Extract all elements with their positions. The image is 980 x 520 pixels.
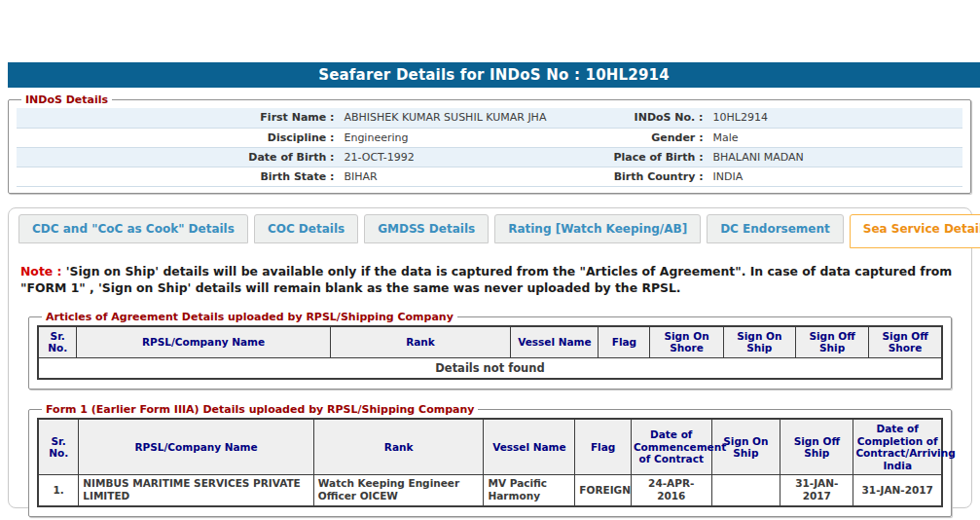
page-title: Seafarer Details for INDoS No : 10HL2914 — [8, 62, 980, 88]
form1-data-row: 1. NIMBUS MARITIME SERVICES PRIVATE LIMI… — [38, 475, 942, 506]
first-name-value: ABHISHEK KUMAR SUSHIL KUMAR JHA — [338, 108, 593, 128]
indos-row: First Name : ABHISHEK KUMAR SUSHIL KUMAR… — [17, 108, 962, 128]
articles-empty-row: Details not found — [38, 357, 942, 379]
birth-country-value: INDIA — [708, 167, 962, 186]
discipline-label: Discipline : — [17, 128, 338, 147]
col-sr-no: Sr. No. — [38, 326, 77, 358]
articles-of-agreement-legend: Articles of Agreement Details uploaded b… — [42, 311, 457, 323]
gender-label: Gender : — [594, 128, 708, 147]
col-sign-off-shore: Sign Off Shore — [869, 326, 942, 358]
cell-rank: Watch Keeping Engineer Officer OICEW — [313, 475, 484, 506]
tab-rating-watch-keeping-ab[interactable]: Rating [Watch Keeping/AB] — [494, 214, 701, 243]
indos-row: Date of Birth : 21-OCT-1992 Place of Bir… — [17, 147, 962, 167]
tab-gmdss-details[interactable]: GMDSS Details — [364, 214, 489, 243]
date-of-birth-value: 21-OCT-1992 — [338, 147, 593, 167]
indos-no-value: 10HL2914 — [708, 108, 962, 128]
col-sign-on-ship: Sign On Ship — [723, 326, 795, 358]
cell-sign-on-ship — [711, 475, 780, 506]
tab-dc-endorsement[interactable]: DC Endorsement — [707, 214, 844, 243]
indos-row: Discipline : Engineering Gender : Male — [17, 128, 962, 147]
tab-coc-details[interactable]: COC Details — [254, 214, 358, 243]
col-sign-on-shore: Sign On Shore — [650, 326, 723, 358]
form1-fieldset: Form 1 (Earlier Form IIIA) Details uploa… — [28, 403, 952, 517]
col-rpsl-company-name: RPSL/Company Name — [79, 419, 314, 475]
birth-state-value: BIHAR — [338, 167, 593, 186]
col-vessel-name: Vessel Name — [484, 419, 575, 475]
cell-sign-off-ship: 31-JAN-2017 — [780, 475, 853, 506]
tab-sea-service-details[interactable]: Sea Service Details — [850, 214, 980, 248]
col-sr-no: Sr. No. — [38, 419, 79, 475]
cell-sr-no: 1. — [38, 475, 79, 506]
date-of-birth-label: Date of Birth : — [17, 147, 338, 167]
first-name-label: First Name : — [17, 108, 338, 128]
cell-company: NIMBUS MARITIME SERVICES PRIVATE LIMITED — [79, 475, 314, 506]
gender-value: Male — [708, 128, 962, 147]
articles-of-agreement-table: Sr. No. RPSL/Company Name Rank Vessel Na… — [37, 325, 943, 380]
place-of-birth-label: Place of Birth : — [594, 147, 708, 167]
col-rpsl-company-name: RPSL/Company Name — [77, 326, 330, 358]
form1-table: Sr. No. RPSL/Company Name Rank Vessel Na… — [37, 418, 943, 507]
cell-completion: 31-JAN-2017 — [853, 475, 942, 506]
cell-vessel: MV Pacific Harmony — [484, 475, 575, 506]
cell-commencement: 24-APR-2016 — [631, 475, 711, 506]
indos-no-label: INDoS No. : — [594, 108, 708, 128]
col-sign-off-ship: Sign Off Ship — [780, 419, 853, 475]
details-not-found-message: Details not found — [38, 357, 942, 379]
col-sign-off-ship: Sign Off Ship — [795, 326, 868, 358]
articles-header-row: Sr. No. RPSL/Company Name Rank Vessel Na… — [38, 326, 942, 358]
birth-state-label: Birth State : — [17, 167, 338, 186]
col-flag: Flag — [575, 419, 632, 475]
form1-legend: Form 1 (Earlier Form IIIA) Details uploa… — [42, 403, 478, 416]
discipline-value: Engineering — [338, 128, 593, 147]
tab-bar: CDC and "CoC as Cook" Details COC Detail… — [18, 214, 962, 249]
col-date-of-completion: Date of Completion of Contract/Arriving … — [853, 419, 942, 475]
tab-content-panel: CDC and "CoC as Cook" Details COC Detail… — [8, 207, 972, 508]
note-text: 'Sign on Ship' details will be available… — [20, 264, 952, 295]
indos-details-fieldset: INDoS Details First Name : ABHISHEK KUMA… — [8, 93, 971, 194]
indos-details-table: First Name : ABHISHEK KUMAR SUSHIL KUMAR… — [17, 108, 962, 187]
col-flag: Flag — [599, 326, 650, 358]
col-rank: Rank — [313, 419, 484, 475]
col-date-of-commencement: Date of Commencement of Contract — [631, 419, 711, 475]
indos-details-legend: INDoS Details — [21, 93, 112, 106]
cell-flag: FOREIGN — [575, 475, 632, 506]
note-prefix: Note : — [20, 264, 61, 279]
indos-row: Birth State : BIHAR Birth Country : INDI… — [17, 167, 962, 186]
sign-on-ship-note: Note : 'Sign on Ship' details will be av… — [20, 263, 960, 297]
col-vessel-name: Vessel Name — [511, 326, 599, 358]
birth-country-label: Birth Country : — [594, 167, 708, 186]
articles-of-agreement-fieldset: Articles of Agreement Details uploaded b… — [28, 311, 952, 390]
place-of-birth-value: BHALANI MADAN — [708, 147, 962, 167]
form1-header-row: Sr. No. RPSL/Company Name Rank Vessel Na… — [38, 419, 942, 475]
col-rank: Rank — [330, 326, 511, 358]
tab-cdc-coc-as-cook-details[interactable]: CDC and "CoC as Cook" Details — [18, 214, 248, 243]
